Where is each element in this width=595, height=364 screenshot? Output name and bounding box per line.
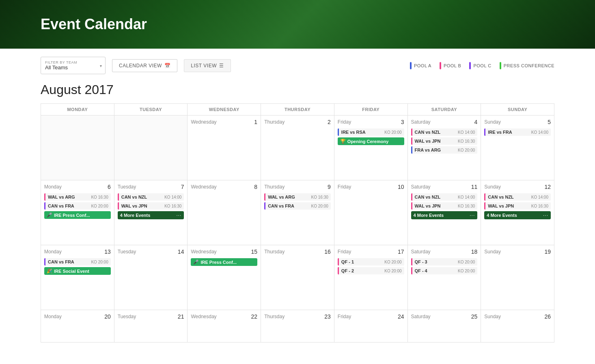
event-icon: 🎉 — [47, 268, 52, 274]
day-cell-empty-0-1 — [114, 116, 188, 180]
event-item[interactable]: QF - 2KO 20:00 — [338, 267, 404, 274]
day-cell-20: Monday20 — [41, 310, 114, 343]
event-item[interactable]: 🎉IRE Social Event — [44, 267, 111, 275]
legend-label-pool-a: POOL A — [414, 63, 431, 68]
calendar-icon: 📅 — [164, 63, 171, 69]
event-label: QF - 3 — [415, 259, 456, 264]
day-header-row: Thursday9 — [264, 184, 331, 190]
event-item[interactable]: WAL vs JPNKO 16:30 — [118, 202, 184, 210]
day-header-row: Friday24 — [338, 313, 404, 320]
calendar-view-button[interactable]: CALENDAR VIEW 📅 — [112, 59, 177, 72]
day-header-row: Monday6 — [44, 184, 111, 190]
day-cell-26: Sunday26 — [481, 310, 554, 343]
event-item[interactable]: QF - 3KO 20:00 — [411, 258, 478, 266]
day-name: Monday — [44, 314, 62, 319]
event-item[interactable]: CAN vs NZLKO 14:00 — [411, 128, 478, 136]
day-cell-18: Saturday18QF - 3KO 20:00QF - 4KO 20:00 — [408, 245, 481, 310]
event-item[interactable]: CAN vs NZLKO 14:00 — [411, 193, 478, 201]
day-cell-2: Thursday2 — [261, 116, 334, 180]
list-view-button[interactable]: LIST VIEW ☰ — [184, 59, 231, 72]
event-item[interactable]: 🎤IRE Press Conf... — [191, 258, 257, 266]
day-name: Sunday — [484, 314, 501, 319]
event-item[interactable]: 🏆Opening Ceremony — [338, 137, 404, 145]
day-name: Wednesday — [191, 249, 216, 255]
legend-item-pool-a: POOL A — [410, 62, 431, 69]
day-header-thursday: THURSDAY — [261, 104, 334, 116]
day-name: Tuesday — [118, 249, 136, 255]
event-item[interactable]: CAN vs FRAKO 20:00 — [44, 258, 111, 266]
day-cell-empty-0-0 — [41, 116, 114, 180]
legend-label-press: PRESS CONFERENCE — [504, 63, 554, 68]
event-item[interactable]: IRE vs FRAKO 14:00 — [484, 128, 551, 136]
day-number: 14 — [178, 248, 184, 255]
day-cell-9: Thursday9WAL vs ARGKO 16:30CAN vs FRAKO … — [261, 180, 334, 245]
day-name: Saturday — [411, 314, 431, 319]
day-cell-4: Saturday4CAN vs NZLKO 14:00WAL vs JPNKO … — [408, 116, 481, 180]
toolbar: FILTER BY TEAM All Teams ▾ CALENDAR VIEW… — [0, 49, 595, 78]
event-label: FRA vs ARG — [415, 148, 456, 152]
event-item[interactable]: IRE vs RSAKO 20:00 — [338, 128, 404, 136]
day-number: 7 — [181, 184, 184, 190]
event-label: 4 More Events — [414, 213, 470, 218]
event-item[interactable]: WAL vs ARGKO 16:30 — [44, 193, 111, 201]
day-name: Friday — [338, 119, 351, 125]
day-cell-10: Friday10 — [334, 180, 408, 245]
day-number: 22 — [251, 313, 258, 320]
event-label: IRE Press Conf... — [200, 260, 255, 265]
day-cell-13: Monday13CAN vs FRAKO 20:00🎉IRE Social Ev… — [41, 245, 114, 310]
event-time: KO 20:00 — [384, 260, 401, 264]
day-header-row: Monday13 — [44, 248, 111, 255]
day-number: 26 — [544, 313, 551, 320]
legend-dot-pool-a — [410, 62, 412, 69]
event-label: CAN vs NZL — [415, 195, 456, 199]
team-filter[interactable]: FILTER BY TEAM All Teams ▾ — [41, 57, 106, 74]
day-header-row: Wednesday15 — [191, 248, 257, 255]
event-item[interactable]: 4 More Events··· — [484, 211, 551, 219]
day-cell-16: Thursday16 — [261, 245, 334, 310]
day-name: Sunday — [484, 184, 501, 190]
legend: POOL APOOL BPOOL CPRESS CONFERENCE — [410, 62, 554, 69]
day-header-row: Wednesday1 — [191, 119, 257, 125]
day-name: Saturday — [411, 249, 431, 255]
event-time: KO 20:00 — [458, 269, 475, 273]
event-item[interactable]: WAL vs JPNKO 16:30 — [411, 202, 478, 210]
day-cell-8: Wednesday8 — [188, 180, 261, 245]
event-icon: 🎤 — [193, 259, 199, 265]
day-number: 24 — [398, 313, 404, 320]
day-number: 19 — [544, 248, 551, 255]
event-item[interactable]: CAN vs NZLKO 14:00 — [118, 193, 184, 201]
day-name: Sunday — [484, 119, 501, 125]
day-header-row: Tuesday14 — [118, 248, 184, 255]
event-item[interactable]: 🎤IRE Press Conf... — [44, 211, 111, 219]
day-name: Thursday — [264, 249, 285, 255]
day-number: 2 — [328, 119, 331, 125]
event-label: CAN vs NZL — [488, 195, 529, 199]
event-label: QF - 4 — [415, 268, 456, 273]
event-item[interactable]: WAL vs JPNKO 16:30 — [411, 137, 478, 145]
event-label: CAN vs FRA — [268, 203, 309, 208]
event-item[interactable]: CAN vs NZLKO 14:00 — [484, 193, 551, 201]
day-name: Friday — [338, 314, 351, 319]
event-item[interactable]: QF - 1KO 20:00 — [338, 258, 404, 266]
event-item[interactable]: WAL vs ARGKO 16:30 — [264, 193, 331, 201]
event-label: CAN vs FRA — [48, 203, 89, 208]
event-item[interactable]: FRA vs ARGKO 20:00 — [411, 146, 478, 154]
event-item[interactable]: WAL vs JPNKO 16:30 — [484, 202, 551, 210]
day-cell-7: Tuesday7CAN vs NZLKO 14:00WAL vs JPNKO 1… — [114, 180, 188, 245]
event-time: KO 20:00 — [91, 204, 108, 208]
day-number: 12 — [544, 184, 551, 190]
legend-item-pool-c: POOL C — [469, 62, 491, 69]
event-item[interactable]: CAN vs FRAKO 20:00 — [44, 202, 111, 210]
day-cell-5: Sunday5IRE vs FRAKO 14:00 — [481, 116, 554, 180]
legend-dot-pool-c — [469, 62, 471, 69]
event-item[interactable]: CAN vs FRAKO 20:00 — [264, 202, 331, 210]
event-item[interactable]: 4 More Events··· — [118, 211, 184, 219]
filter-value: All Teams — [45, 64, 68, 71]
event-label: QF - 2 — [341, 268, 383, 273]
event-label: QF - 1 — [341, 259, 383, 264]
event-item[interactable]: QF - 4KO 20:00 — [411, 267, 478, 274]
day-header-row: Friday17 — [338, 248, 404, 255]
event-label: 4 More Events — [487, 213, 543, 218]
event-item[interactable]: 4 More Events··· — [411, 211, 478, 219]
event-label: IRE Press Conf... — [54, 213, 108, 218]
